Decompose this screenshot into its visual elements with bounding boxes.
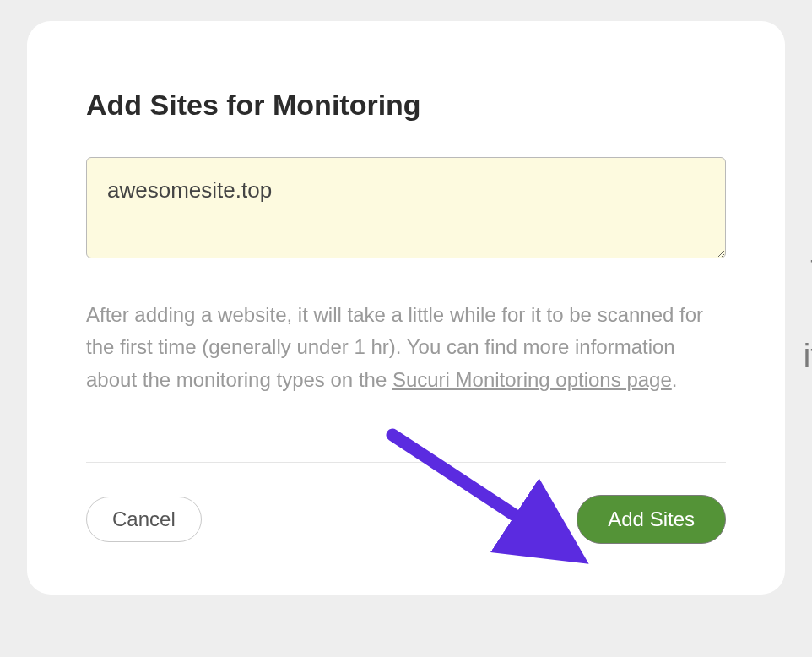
monitoring-options-link[interactable]: Sucuri Monitoring options page — [392, 368, 672, 391]
divider — [86, 462, 726, 463]
add-sites-button[interactable]: Add Sites — [577, 495, 726, 544]
button-row: Cancel Add Sites — [86, 495, 726, 544]
modal-title: Add Sites for Monitoring — [86, 89, 726, 122]
sites-textarea[interactable] — [86, 157, 726, 258]
help-text-after: . — [672, 368, 678, 391]
add-sites-modal: Add Sites for Monitoring After adding a … — [27, 21, 785, 595]
backdrop-text-right2: ite — [804, 338, 812, 374]
help-text: After adding a website, it will take a l… — [86, 299, 726, 396]
cancel-button[interactable]: Cancel — [86, 497, 202, 542]
